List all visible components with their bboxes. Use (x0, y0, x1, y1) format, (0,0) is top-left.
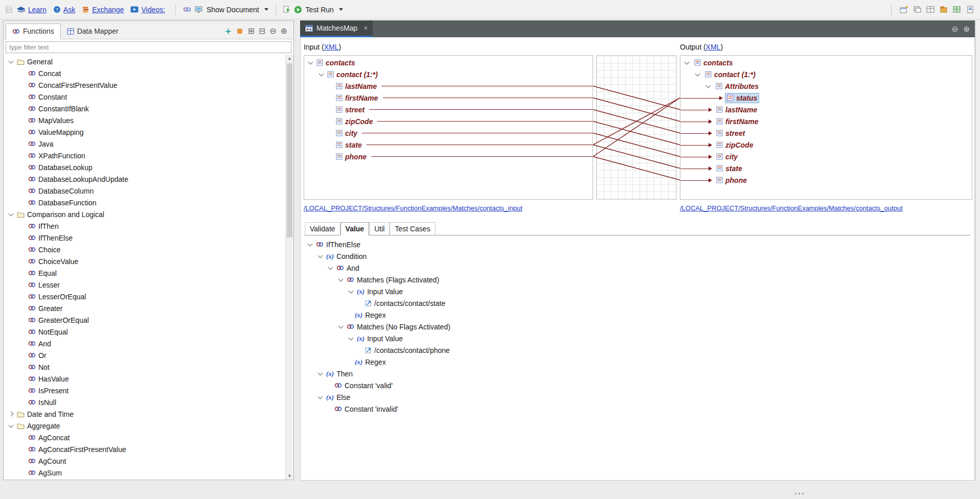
chevron-down-icon[interactable] (695, 71, 700, 76)
function-item[interactable]: IfThen (4, 220, 285, 232)
value-tree-row[interactable]: Matches (No Flags Activated) (301, 321, 974, 332)
input-node-row[interactable]: lastName (304, 80, 592, 92)
value-tree-row[interactable]: (x)Regex (301, 356, 974, 368)
value-tree-row[interactable]: /contacts/contact/state (301, 297, 974, 309)
maximize-icon[interactable]: ⊕ (963, 25, 970, 34)
function-item[interactable]: DatabaseColumn (4, 185, 285, 197)
function-item[interactable]: ValueMapping (4, 126, 285, 138)
function-item[interactable]: AgConcatFirstPresentValue (4, 443, 285, 455)
scroll-up-icon[interactable]: ▲ (286, 56, 293, 61)
show-document-button[interactable]: Show Document (207, 6, 259, 14)
chevron-down-icon[interactable] (349, 335, 354, 340)
output-node-row[interactable]: lastName (680, 104, 972, 115)
grid-view-icon[interactable] (953, 6, 962, 13)
exchange-button[interactable]: Exchange (82, 6, 124, 14)
output-node-row[interactable]: zipCode (680, 139, 972, 151)
output-node-row[interactable]: Attributes (680, 80, 972, 92)
tab-validate[interactable]: Validate (305, 222, 340, 235)
tab-test-cases[interactable]: Test Cases (390, 222, 435, 235)
monitor-icon[interactable] (195, 6, 203, 13)
function-item[interactable]: Concat (4, 67, 285, 79)
save-icon[interactable] (5, 6, 13, 13)
input-node-row[interactable]: phone (304, 151, 592, 162)
function-item[interactable]: GreaterOrEqual (4, 314, 285, 326)
chevron-down-icon[interactable] (9, 58, 14, 63)
tab-matchesmap[interactable]: MatchesMap × (300, 20, 373, 37)
value-tree-row[interactable]: /contacts/contact/phone (301, 344, 974, 356)
function-item[interactable]: LesserOrEqual (4, 291, 285, 302)
output-node-row[interactable]: contacts (680, 57, 972, 68)
output-node-row[interactable]: phone (680, 174, 972, 186)
input-node-row[interactable]: city (304, 127, 592, 139)
category-row[interactable]: Comparison and Logical (4, 208, 285, 220)
chevron-down-icon[interactable] (328, 265, 333, 270)
input-node-row[interactable]: contact (1:*) (304, 68, 592, 80)
function-item[interactable]: Lesser (4, 279, 285, 291)
test-run-chevron-icon[interactable] (339, 8, 343, 11)
package-icon[interactable] (940, 6, 948, 13)
scrollbar[interactable]: ▲ ▼ (285, 55, 293, 480)
chevron-down-icon[interactable] (9, 211, 14, 216)
value-tree-row[interactable]: And (301, 262, 974, 274)
function-item[interactable]: Equal (4, 267, 285, 279)
value-tree-row[interactable]: Constant 'valid' (301, 379, 974, 391)
input-node-row[interactable]: state (304, 139, 592, 151)
chevron-down-icon[interactable] (318, 370, 323, 375)
function-item[interactable]: And (4, 338, 285, 349)
output-node-row[interactable]: contact (1:*) (680, 68, 972, 80)
tab-data-mapper[interactable]: Data Mapper (61, 24, 125, 39)
scrollbar-thumb[interactable] (287, 63, 292, 237)
function-item[interactable]: DatabaseLookup (4, 161, 285, 173)
output-node-row[interactable]: state (680, 162, 972, 174)
videos-button[interactable]: Videos: (130, 6, 165, 14)
function-item[interactable]: IfThenElse (4, 232, 285, 244)
ask-button[interactable]: ? Ask (53, 6, 75, 14)
scroll-down-icon[interactable]: ▼ (286, 473, 293, 479)
function-item[interactable]: IsPresent (4, 385, 285, 396)
table-view-icon[interactable] (926, 6, 935, 13)
function-item[interactable]: XPathFunction (4, 150, 285, 161)
collapse-all-icon[interactable]: ⊟ (259, 27, 265, 35)
function-item[interactable]: MapValues (4, 114, 285, 126)
expand-all-icon[interactable]: ⊞ (247, 27, 254, 35)
category-row[interactable]: Date and Time (4, 408, 285, 420)
open-perspective-icon[interactable] (900, 6, 908, 13)
chevron-down-icon[interactable] (319, 71, 324, 76)
function-item[interactable]: DatabaseFunction (4, 197, 285, 208)
value-tree-row[interactable]: (x)Input Value (301, 286, 974, 297)
output-node-row[interactable]: firstName (680, 115, 972, 127)
input-node-row[interactable]: street (304, 104, 592, 115)
tab-functions[interactable]: Functions (6, 23, 61, 39)
minimize-icon[interactable]: ⊖ (952, 25, 959, 34)
input-structure-link[interactable]: /LOCAL_PROJECT/Structures/FunctionExampl… (304, 204, 522, 212)
function-item[interactable]: Choice (4, 244, 285, 255)
chevron-down-icon[interactable] (706, 83, 711, 88)
function-item[interactable]: AgSum (4, 467, 285, 479)
input-node-row[interactable]: zipCode (304, 115, 592, 127)
value-tree-row[interactable]: (x)Else (301, 391, 974, 403)
chevron-down-icon[interactable] (9, 422, 14, 427)
close-icon[interactable]: × (363, 24, 368, 32)
sash-handle[interactable] (794, 488, 805, 496)
function-item[interactable]: NotEqual (4, 326, 285, 338)
function-item[interactable]: AgCount (4, 455, 285, 467)
output-xml-link[interactable]: XML (706, 43, 721, 51)
new-function-icon[interactable] (224, 28, 232, 35)
function-item[interactable]: Not (4, 361, 285, 373)
tab-util[interactable]: Util (369, 222, 390, 235)
chevron-down-icon[interactable] (685, 59, 690, 64)
function-item[interactable]: HasValue (4, 373, 285, 385)
chevron-down-icon[interactable] (308, 241, 313, 246)
maximize-icon[interactable]: ⊕ (281, 27, 287, 35)
chevron-down-icon[interactable] (318, 394, 323, 399)
chevron-right-icon[interactable] (9, 412, 14, 417)
run-config-icon[interactable] (283, 6, 290, 13)
minimized-panel-strip[interactable] (975, 20, 980, 480)
show-document-chevron-icon[interactable] (264, 8, 268, 11)
function-item[interactable]: ConcatFirstPresentValue (4, 79, 285, 91)
value-tree-row[interactable]: IfThenElse (301, 239, 974, 250)
value-tree-row[interactable]: (x)Condition (301, 250, 974, 262)
test-run-icon[interactable] (294, 6, 302, 14)
category-row[interactable]: Aggregate (4, 420, 285, 432)
output-node-row[interactable]: status (680, 92, 972, 104)
